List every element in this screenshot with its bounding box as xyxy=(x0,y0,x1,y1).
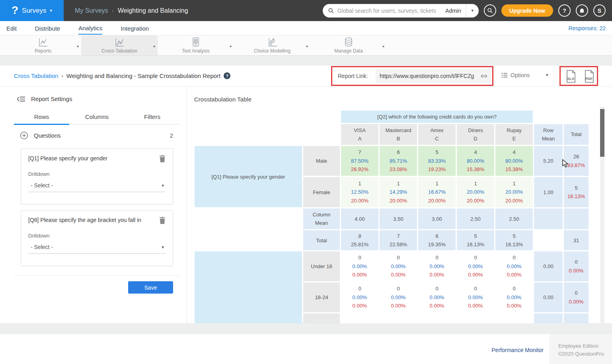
spacer-cell xyxy=(195,124,340,145)
menu-item-integration[interactable]: Integration xyxy=(121,22,149,34)
export-pdf-button[interactable]: PDF xyxy=(583,70,595,85)
report-settings-panel: Report Settings RowsColumnsFilters Quest… xyxy=(0,87,187,323)
data-cell[interactable]: 116.67%20.00% xyxy=(418,177,456,207)
data-cell[interactable] xyxy=(341,313,378,323)
avatar[interactable]: S xyxy=(593,4,606,17)
data-cell[interactable]: 583.33%19.23% xyxy=(418,146,456,176)
bell-icon xyxy=(579,8,585,14)
menu-item-distribute[interactable]: Distribute xyxy=(35,22,60,34)
data-cell[interactable]: 114.29%20.00% xyxy=(380,177,417,207)
toolbar-item-caret[interactable]: ▾ xyxy=(230,44,232,49)
toolbar-item-caret[interactable]: ▾ xyxy=(382,44,384,49)
avatar-initial: S xyxy=(598,8,601,14)
crosstab-table-title: Crosstabulation Table xyxy=(194,96,251,103)
global-search-input[interactable] xyxy=(337,8,443,14)
crosstab-table: [Q2] which of the following credit cards… xyxy=(193,109,590,323)
spacer-cell xyxy=(534,230,563,250)
delete-question-icon[interactable] xyxy=(159,155,166,162)
crosstab-table-container: [Q2] which of the following credit cards… xyxy=(193,109,597,323)
breadcrumb-my-surveys[interactable]: My Surveys xyxy=(75,7,108,14)
drilldown-select[interactable]: - Select -▾ xyxy=(28,244,166,254)
data-cell[interactable] xyxy=(495,313,533,323)
data-cell[interactable]: 480.00%15.38% xyxy=(457,146,494,176)
report-content: Cross Tabulation › Weighting and Balanci… xyxy=(0,66,612,323)
data-cell[interactable]: 00.00%0.00% xyxy=(380,282,417,312)
options-button[interactable]: Options xyxy=(501,72,530,78)
menu-item-edit[interactable]: Edit xyxy=(6,22,17,34)
toolbar-item-caret[interactable]: ▾ xyxy=(306,44,308,49)
delete-question-icon[interactable] xyxy=(159,217,166,224)
data-cell[interactable] xyxy=(457,313,494,323)
toolbar-item-caret[interactable]: ▾ xyxy=(77,44,79,49)
collapse-panel-icon[interactable] xyxy=(17,96,25,102)
row-mean-cell: 1.00 xyxy=(534,177,563,207)
row-label-empty xyxy=(303,313,340,323)
tab-filters[interactable]: Filters xyxy=(125,111,180,125)
column-header-mastercard: MastercardB xyxy=(380,124,417,145)
add-question-icon[interactable] xyxy=(20,131,28,140)
toolbar-item-choice-modelling[interactable]: Choice Modelling▾ xyxy=(234,35,310,55)
data-cell[interactable]: 120.00%20.00% xyxy=(457,177,494,207)
spacer-cell xyxy=(195,111,340,123)
row-total-cell xyxy=(564,313,589,323)
data-cell[interactable]: 00.00%0.00% xyxy=(341,282,378,312)
edition-box: Employee Edition ©2020 QuestionPro xyxy=(549,334,612,364)
total-cell xyxy=(564,208,589,229)
search-submit-button[interactable] xyxy=(484,4,496,17)
data-cell[interactable] xyxy=(380,313,417,323)
data-cell[interactable] xyxy=(418,313,456,323)
data-cell[interactable]: 00.00%0.00% xyxy=(495,251,533,281)
data-cell[interactable]: 00.00%0.00% xyxy=(418,251,456,281)
database-icon xyxy=(344,37,353,47)
search-scope-selector[interactable]: Admin xyxy=(443,8,466,14)
column-header-visa: VISAA xyxy=(341,124,378,145)
search-scope-caret[interactable]: ▾ xyxy=(466,4,479,18)
column-question-banner: [Q2] which of the following credit cards… xyxy=(341,111,533,123)
data-cell[interactable]: 480.00%15.38% xyxy=(495,146,533,176)
notifications-button[interactable] xyxy=(576,4,588,17)
data-cell[interactable]: 120.00%20.00% xyxy=(495,177,533,207)
toolbar-item-text-analysis[interactable]: Text Analysis▾ xyxy=(158,35,234,55)
link-icon[interactable] xyxy=(480,72,488,80)
toolbar-item-manage-data[interactable]: Manage Data▾ xyxy=(310,35,387,55)
data-cell[interactable]: 00.00%0.00% xyxy=(457,282,494,312)
questionpro-app: ? Surveys ▾ My Surveys › Weighting and B… xyxy=(0,0,612,364)
column-header-diners: DinersD xyxy=(457,124,494,145)
data-cell[interactable]: 787.50%26.92% xyxy=(341,146,378,176)
data-cell[interactable]: 00.00%0.00% xyxy=(457,251,494,281)
report-link-field[interactable]: https://www.questionpro.com/t/lFFCZg xyxy=(376,69,491,83)
global-search[interactable]: Admin ▾ xyxy=(323,4,479,18)
row-total-cell: 2683.87% xyxy=(564,146,589,176)
report-link-url[interactable]: https://www.questionpro.com/t/lFFCZg xyxy=(380,73,480,79)
data-cell[interactable]: 00.00%0.00% xyxy=(341,251,378,281)
help-icon[interactable] xyxy=(224,72,230,79)
drilldown-select[interactable]: - Select -▾ xyxy=(28,182,166,192)
table-scrollbar-thumb[interactable] xyxy=(600,109,604,157)
cross-tabulation-link[interactable]: Cross Tabulation xyxy=(14,72,58,79)
data-cell[interactable]: 00.00%0.00% xyxy=(418,282,456,312)
table-scrollbar-track[interactable] xyxy=(600,107,604,323)
report-settings-header: Report Settings xyxy=(17,95,72,102)
settings-tabs: RowsColumnsFilters xyxy=(14,111,180,125)
performance-monitor-link[interactable]: Performance Monitor xyxy=(491,347,544,353)
tab-columns[interactable]: Columns xyxy=(69,111,125,125)
responses-count: Responses: 22 xyxy=(569,25,606,31)
upgrade-now-button[interactable]: Upgrade Now xyxy=(501,4,553,17)
toolbar-item-reports[interactable]: Reports▾ xyxy=(5,35,81,55)
export-buttons: XLS PDF xyxy=(565,70,595,85)
export-xls-button[interactable]: XLS xyxy=(565,70,577,85)
data-cell[interactable]: 00.00%0.00% xyxy=(380,251,417,281)
tab-rows[interactable]: Rows xyxy=(14,111,69,125)
toolbar-item-cross-tabulation[interactable]: Cross-Tabulation▾ xyxy=(81,35,158,55)
data-cell[interactable]: 00.00%0.00% xyxy=(495,282,533,312)
options-caret[interactable]: ▾ xyxy=(546,73,548,77)
save-button[interactable]: Save xyxy=(128,281,173,294)
row-label-under-18: Under 18 xyxy=(303,251,340,281)
help-button[interactable]: ? xyxy=(558,4,571,17)
data-cell[interactable]: 685.71%23.08% xyxy=(380,146,417,176)
toolbar-item-caret[interactable]: ▾ xyxy=(153,44,155,49)
row-mean-cell: 0.00 xyxy=(534,282,563,312)
menu-item-analytics[interactable]: Analytics xyxy=(78,22,102,35)
data-cell[interactable]: 112.50%20.00% xyxy=(341,177,378,207)
product-switcher[interactable]: ? Surveys ▾ xyxy=(0,0,64,21)
